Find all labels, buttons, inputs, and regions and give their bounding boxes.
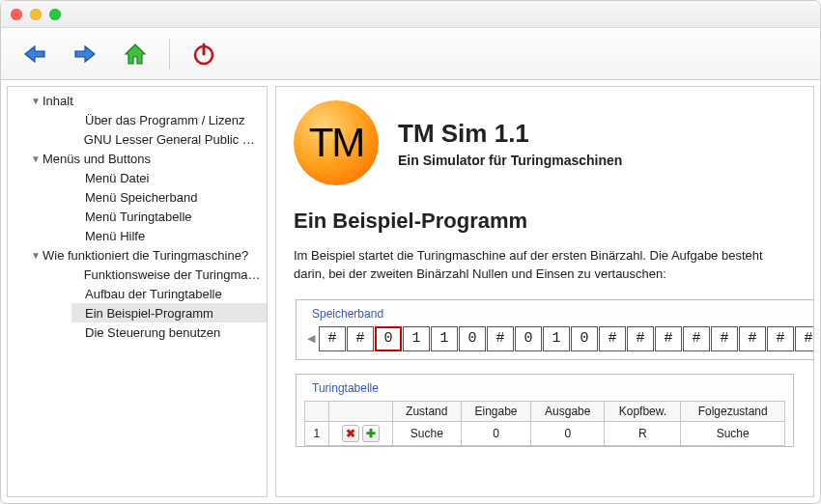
tape-cell: #	[347, 326, 374, 351]
tree-label: Wie funktioniert die Turingmaschine?	[42, 248, 248, 263]
tape-cell: #	[683, 326, 710, 351]
tape-cell: #	[627, 326, 654, 351]
toolbar	[1, 28, 820, 80]
tape-cell: 0	[571, 326, 598, 351]
tree-label: Menü Datei	[85, 171, 149, 185]
tree-item-aufbau[interactable]: Aufbau der Turingtabelle	[71, 284, 267, 303]
help-content[interactable]: TM TM Sim 1.1 Ein Simulator für Turingma…	[275, 86, 814, 497]
power-button[interactable]	[187, 38, 220, 70]
home-icon	[122, 41, 149, 68]
add-row-button[interactable]: ✚	[362, 425, 380, 442]
tree-item-funktionsweise[interactable]: Funktionsweise der Turingmasch…	[71, 265, 267, 284]
app-title: TM Sim 1.1	[398, 119, 622, 149]
th-eingabe: Eingabe	[461, 401, 530, 421]
turingtable-box: Turingtabelle Zustand Eingabe Ausgabe Ko…	[296, 374, 794, 447]
tape-cell: #	[795, 326, 814, 351]
disclosure-triangle-icon: ▼	[29, 96, 42, 106]
forward-arrow-icon	[71, 41, 99, 68]
app-logo-icon: TM	[294, 100, 379, 185]
turing-table-header: Zustand Eingabe Ausgabe Kopfbew. Folgezu…	[305, 401, 785, 421]
tree-item-beispiel[interactable]: Ein Beispiel-Programm	[71, 303, 267, 322]
th-tools	[328, 401, 392, 421]
close-icon[interactable]	[11, 9, 22, 20]
tree-item-menu-hilfe[interactable]: Menü Hilfe	[71, 226, 267, 245]
tape-cell: 0	[515, 326, 542, 351]
disclosure-triangle-icon: ▼	[29, 250, 42, 261]
tree-label: Menüs und Buttons	[42, 152, 151, 166]
tape-cell: 1	[403, 326, 430, 351]
tree-label: Funktionsweise der Turingmasch…	[84, 267, 261, 282]
tree-item-menu-datei[interactable]: Menü Datei	[71, 168, 267, 187]
tree-item-inhalt[interactable]: ▼Inhalt	[29, 91, 267, 110]
th-kopfbew: Kopfbew.	[605, 401, 681, 421]
tape-cell: #	[599, 326, 626, 351]
tape-cell: #	[711, 326, 738, 351]
tape-cell: 1	[543, 326, 570, 351]
tree-item-ueber[interactable]: Über das Programm / Lizenz	[71, 110, 267, 129]
app-subtitle: Ein Simulator für Turingmaschinen	[398, 153, 622, 168]
window: ▼Inhalt Über das Programm / Lizenz GNU L…	[0, 0, 821, 504]
tape-cell: 0	[459, 326, 486, 351]
tape-cell: 1	[431, 326, 458, 351]
section-heading: Ein Beispiel-Programm	[294, 209, 796, 234]
cell-zustand[interactable]: Suche	[392, 421, 461, 445]
tree-label: Aufbau der Turingtabelle	[85, 287, 222, 301]
delete-row-button[interactable]: ✖	[342, 425, 359, 442]
help-tree[interactable]: ▼Inhalt Über das Programm / Lizenz GNU L…	[7, 86, 268, 497]
tree-item-steuerung[interactable]: Die Steuerung benutzen	[71, 322, 267, 342]
cell-index: 1	[305, 421, 329, 445]
tree-label: Über das Programm / Lizenz	[85, 113, 244, 127]
turing-table: Zustand Eingabe Ausgabe Kopfbew. Folgezu…	[304, 401, 785, 446]
tape-cell: #	[767, 326, 794, 351]
disclosure-triangle-icon: ▼	[29, 154, 42, 164]
cell-kopfbew[interactable]: R	[605, 421, 681, 445]
forward-button[interactable]	[69, 38, 101, 70]
back-arrow-icon	[21, 41, 48, 68]
tape: ◀ ##0110#010##########▶	[304, 326, 814, 351]
cell-ausgabe[interactable]: 0	[531, 421, 605, 445]
turingtable-legend: Turingtabelle	[308, 381, 382, 395]
th-folgezustand: Folgezustand	[681, 401, 785, 421]
cell-folgezustand[interactable]: Suche	[681, 421, 785, 445]
tape-scroll-left[interactable]: ◀	[304, 326, 318, 351]
th-ausgabe: Ausgabe	[531, 401, 605, 421]
section-paragraph: Im Beispiel startet die Turingmaschine a…	[294, 247, 796, 284]
tree-item-lgpl[interactable]: GNU Lesser General Public Lice…	[71, 129, 267, 149]
help-header: TM TM Sim 1.1 Ein Simulator für Turingma…	[294, 100, 796, 185]
tree-label: Ein Beispiel-Programm	[85, 306, 213, 321]
tree-item-wie[interactable]: ▼Wie funktioniert die Turingmaschine?	[29, 245, 267, 265]
turing-table-row: 1 ✖ ✚ Suche 0 0 R Suche	[305, 421, 785, 445]
th-zustand: Zustand	[392, 401, 461, 421]
power-icon	[191, 42, 216, 67]
window-controls	[11, 9, 61, 20]
tree-item-menues[interactable]: ▼Menüs und Buttons	[29, 149, 267, 168]
content-area: ▼Inhalt Über das Programm / Lizenz GNU L…	[1, 80, 820, 503]
tree-item-menu-speicherband[interactable]: Menü Speicherband	[71, 187, 267, 207]
tape-box: Speicherband ◀ ##0110#010##########▶	[296, 299, 814, 360]
tape-legend: Speicherband	[308, 307, 387, 321]
back-button[interactable]	[18, 38, 51, 70]
maximize-icon[interactable]	[49, 9, 61, 20]
cell-eingabe[interactable]: 0	[461, 421, 530, 445]
tape-cell: 0	[375, 326, 402, 351]
tree-label: Inhalt	[42, 94, 73, 108]
toolbar-separator	[169, 39, 170, 70]
th-index	[305, 401, 329, 421]
tape-cell: #	[655, 326, 682, 351]
tape-cell: #	[319, 326, 346, 351]
tape-cell: #	[739, 326, 766, 351]
titlebar	[1, 1, 820, 28]
logo-text: TM	[309, 120, 364, 166]
home-button[interactable]	[119, 38, 152, 70]
tree-label: GNU Lesser General Public Lice…	[84, 132, 261, 147]
minimize-icon[interactable]	[30, 9, 42, 20]
tree-label: Die Steuerung benutzen	[85, 325, 220, 340]
tape-cell: #	[487, 326, 514, 351]
tree-label: Menü Turingtabelle	[85, 210, 192, 224]
cell-tools: ✖ ✚	[328, 421, 392, 445]
tree-label: Menü Hilfe	[85, 229, 145, 243]
tree-item-menu-turingtabelle[interactable]: Menü Turingtabelle	[71, 207, 267, 226]
tree-label: Menü Speicherband	[85, 190, 197, 205]
